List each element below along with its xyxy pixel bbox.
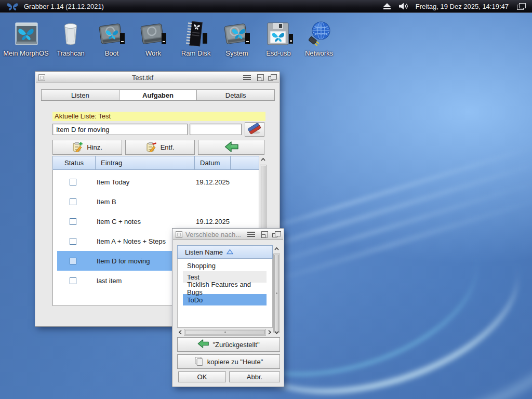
desktop-icon-label: Trashcan <box>48 49 94 57</box>
eject-icon[interactable] <box>383 3 391 10</box>
scrollbar-trough[interactable] <box>184 329 266 336</box>
status-checkbox[interactable] <box>70 198 76 205</box>
list-header-label: Listen Name <box>185 248 223 256</box>
harddisk-icon <box>130 18 176 48</box>
harddisk-butterfly-icon <box>89 18 135 48</box>
ram-chip-icon <box>173 18 219 48</box>
column-header-status[interactable]: Status <box>52 156 96 170</box>
status-checkbox[interactable] <box>70 179 76 185</box>
status-checkbox[interactable] <box>70 258 76 264</box>
notepad-plus-icon <box>72 141 83 154</box>
horizontal-scrollbar[interactable] <box>177 329 273 336</box>
move-button[interactable] <box>198 140 264 155</box>
depth-icon[interactable] <box>268 76 273 81</box>
vertical-scrollbar[interactable] <box>273 245 280 332</box>
zoom-icon[interactable] <box>257 74 264 81</box>
zoom-icon[interactable] <box>261 231 268 237</box>
desktop-icon-ram-disk[interactable]: Ram Disk <box>173 18 219 57</box>
menubar[interactable]: Grabber 1.14 (21.12.2021) Freitag, 19 De… <box>0 0 532 13</box>
list-name-column-header[interactable]: Listen Name <box>177 245 273 259</box>
desktop-icon-label: System <box>214 49 260 57</box>
green-arrow-left-icon <box>197 339 209 350</box>
column-header-eintrag[interactable]: Eintrag <box>96 156 195 170</box>
desktop-icon-esd-usb[interactable]: Esd-usb <box>256 18 301 57</box>
status-checkbox[interactable] <box>70 277 76 284</box>
floppy-butterfly-icon <box>256 18 301 48</box>
scrollbar-thumb[interactable] <box>185 330 265 335</box>
deferred-button-label: "Zurückgestellt" <box>212 341 259 349</box>
add-button-label: Hinz. <box>87 143 102 151</box>
scrollbar-trough[interactable] <box>273 254 280 332</box>
table-header: Status Eintrag Datum <box>52 156 259 170</box>
desktop-icon-label: Ram Disk <box>173 49 219 57</box>
table-row[interactable]: Item B <box>57 192 258 211</box>
deferred-button[interactable]: "Zurückgestellt" <box>177 337 280 352</box>
column-header-empty[interactable] <box>231 156 259 170</box>
copy-pages-icon <box>194 356 204 367</box>
ok-button[interactable]: OK <box>178 371 226 382</box>
row-entry: Item C + notes <box>97 218 196 225</box>
scroll-up-icon[interactable] <box>273 245 280 252</box>
scroll-right-icon[interactable] <box>267 329 273 336</box>
desktop-icon-label: Mein MorphOS <box>3 49 49 57</box>
desktop-icon-label: Networks <box>296 49 342 57</box>
clear-button[interactable] <box>245 122 264 137</box>
window-title: Test.tkf <box>45 74 240 82</box>
entry-input[interactable] <box>52 124 188 135</box>
desktop-icon-boot[interactable]: Boot <box>89 18 135 57</box>
ok-button-label: OK <box>197 373 207 381</box>
list-item-label: ToDo <box>187 296 203 304</box>
window-title: Verschiebe nach... <box>182 231 244 238</box>
action-button-row: Hinz. Entf. <box>52 140 264 155</box>
row-entry: Item B <box>97 198 196 206</box>
trashcan-icon <box>48 18 94 48</box>
list-item[interactable]: Ticklish Features and Bugs <box>183 283 267 294</box>
titlebar[interactable]: Test.tkf <box>36 72 279 83</box>
sort-ascending-icon <box>227 248 233 256</box>
status-checkbox[interactable] <box>70 218 76 225</box>
list-item-label: Ticklish Features and Bugs <box>187 281 267 296</box>
table-row[interactable]: Item Today 19.12.2025 <box>57 172 258 192</box>
speaker-icon[interactable] <box>398 3 408 10</box>
close-icon[interactable] <box>176 231 182 238</box>
tab-details[interactable]: Details <box>197 89 275 101</box>
list-item-label: Shopping <box>187 262 216 270</box>
desktop-icon-trashcan[interactable]: Trashcan <box>48 18 94 57</box>
scroll-down-icon[interactable] <box>273 329 280 336</box>
morphos-cube-icon <box>3 18 49 48</box>
list-item[interactable]: Shopping <box>183 260 267 271</box>
date-input[interactable] <box>190 124 242 135</box>
desktop-icon-networks[interactable]: Networks <box>296 18 342 57</box>
tab-bar: Listen Aufgaben Details <box>41 89 275 101</box>
eraser-icon <box>247 123 262 136</box>
add-button[interactable]: Hinz. <box>52 140 122 155</box>
active-app-title: Grabber 1.14 (21.12.2021) <box>24 3 104 10</box>
depth-icon[interactable] <box>272 233 277 237</box>
network-globe-icon <box>296 18 342 48</box>
menu-icon[interactable] <box>243 75 251 76</box>
titlebar[interactable]: Verschiebe nach... <box>173 229 283 240</box>
column-header-datum[interactable]: Datum <box>195 156 231 170</box>
cancel-button-label: Abbr. <box>247 373 262 381</box>
desktop-icon-label: Esd-usb <box>256 49 301 57</box>
remove-button[interactable]: Entf. <box>125 140 195 155</box>
tab-aufgaben[interactable]: Aufgaben <box>119 89 197 101</box>
status-checkbox[interactable] <box>70 238 76 245</box>
row-entry: Item Today <box>97 178 196 186</box>
list-item-label: Test <box>187 273 200 281</box>
morphos-butterfly-icon <box>6 2 19 11</box>
menu-icon[interactable] <box>247 232 255 233</box>
desktop-icon-mein-morphos[interactable]: Mein MorphOS <box>3 18 49 57</box>
list-body: Shopping Test Ticklish Features and Bugs… <box>177 259 273 328</box>
close-icon[interactable] <box>38 74 45 81</box>
cancel-button[interactable]: Abbr. <box>229 371 280 382</box>
desktop-icon-system[interactable]: System <box>214 18 260 57</box>
scroll-up-icon[interactable] <box>259 156 267 163</box>
green-arrow-left-icon <box>224 141 238 154</box>
screens-icon[interactable] <box>517 3 526 10</box>
scroll-left-icon[interactable] <box>177 329 183 336</box>
copy-to-today-button[interactable]: kopiere zu "Heute" <box>177 354 280 369</box>
scrollbar-thumb[interactable] <box>274 255 279 331</box>
desktop-icon-work[interactable]: Work <box>130 18 176 57</box>
tab-listen[interactable]: Listen <box>41 89 119 101</box>
